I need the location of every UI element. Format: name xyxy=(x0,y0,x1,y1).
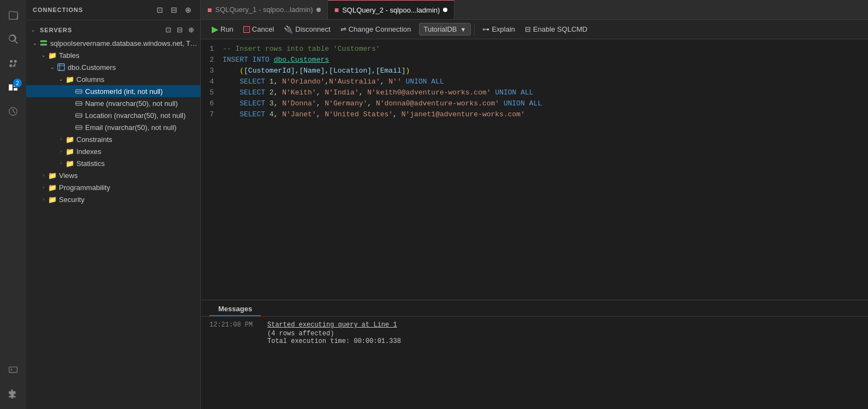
tab-sqlquery1[interactable]: ■ SQLQuery_1 - sqlpoo...ladmin) xyxy=(201,0,328,19)
search-icon[interactable] xyxy=(2,28,24,50)
tree-security-node[interactable]: › 📁 Security xyxy=(26,193,200,205)
programmability-label: Programmability xyxy=(59,183,200,192)
code-line-4: 4 SELECT 1, N'Orlando',N'Australia', N''… xyxy=(201,76,868,87)
source-control-icon[interactable] xyxy=(2,52,24,74)
run-history-icon[interactable] xyxy=(2,100,24,122)
tables-chevron: ⌄ xyxy=(39,51,48,60)
columns-folder-icon: 📁 xyxy=(65,75,74,84)
tab2-label: SQLQuery_2 - sqlpoo...ladmin) xyxy=(342,6,440,14)
views-chevron: › xyxy=(39,171,48,180)
message-rows-affected: (4 rows affected) xyxy=(267,330,859,337)
tab1-db-icon: ■ xyxy=(207,5,212,14)
extensions-icon[interactable] xyxy=(2,383,24,405)
tree-location-col[interactable]: Location (nvarchar(50), not null) xyxy=(26,109,200,121)
line-num-1: 1 xyxy=(201,44,223,55)
enable-sqlcmd-label: Enable SQLCMD xyxy=(533,25,588,33)
code-line-3: 3 ([CustomerId],[Name],[Location],[Email… xyxy=(201,66,868,76)
change-connection-label: Change Connection xyxy=(349,25,411,33)
toolbar-separator xyxy=(474,24,475,35)
statistics-folder-icon: 📁 xyxy=(65,159,74,168)
svg-rect-5 xyxy=(58,64,64,70)
security-chevron: › xyxy=(39,195,48,204)
message-execution-time: Total execution time: 00:00:01.338 xyxy=(267,337,859,345)
tree-statistics-node[interactable]: › 📁 Statistics xyxy=(26,157,200,169)
file-explorer-icon[interactable] xyxy=(2,4,24,26)
servers-filter-btn[interactable]: ⊟ xyxy=(175,25,184,35)
explain-label: Explain xyxy=(492,25,515,33)
code-editor[interactable]: 1 -- Insert rows into table 'Customers' … xyxy=(201,39,868,300)
enable-sqlcmd-button[interactable]: ⊟ Enable SQLCMD xyxy=(520,23,592,35)
tree-server-node[interactable]: ⌄ sqlpoolservername.database.windows.net… xyxy=(26,37,200,49)
customerid-col-icon xyxy=(74,87,83,96)
message-link-text[interactable]: Started executing query at Line 1 xyxy=(267,321,397,329)
statistics-label: Statistics xyxy=(76,159,200,168)
add-connection-button[interactable]: ⊟ xyxy=(169,4,179,15)
sidebar: CONNECTIONS ⊡ ⊟ ⊕ ⌄ SERVERS ⊡ ⊟ ⊕ ⌄ sqlp… xyxy=(26,0,201,409)
name-col-icon xyxy=(74,99,83,108)
cancel-button[interactable]: □ Cancel xyxy=(239,23,278,35)
tree-indexes-node[interactable]: › 📁 Indexes xyxy=(26,145,200,157)
line-num-7: 7 xyxy=(201,109,223,120)
tab-bar: ■ SQLQuery_1 - sqlpoo...ladmin) ■ SQLQue… xyxy=(201,0,868,20)
security-label: Security xyxy=(59,195,200,204)
new-connection-button[interactable]: ⊡ xyxy=(154,4,165,15)
code-line-6: 6 SELECT 3, N'Donna', N'Germany', N'donn… xyxy=(201,98,868,109)
tree-programmability-node[interactable]: › 📁 Programmability xyxy=(26,181,200,193)
svg-point-3 xyxy=(45,40,46,42)
views-label: Views xyxy=(59,171,200,180)
sidebar-header: CONNECTIONS ⊡ ⊟ ⊕ xyxy=(26,0,200,20)
tree-views-node[interactable]: › 📁 Views xyxy=(26,169,200,181)
connections-icon[interactable]: 2 xyxy=(2,76,24,98)
customerid-label: CustomerId (int, not null) xyxy=(85,87,200,96)
tree-email-col[interactable]: Email (nvarchar(50), not null) xyxy=(26,121,200,133)
code-line-5: 5 SELECT 2, N'Keith', N'India', N'keith0… xyxy=(201,87,868,98)
indexes-chevron: › xyxy=(57,147,65,156)
sqlcmd-icon: ⊟ xyxy=(525,25,531,33)
db-dropdown-chevron: ▼ xyxy=(460,26,466,33)
svg-point-4 xyxy=(45,44,46,45)
terminal-icon[interactable] xyxy=(2,359,24,381)
line-content-6: SELECT 3, N'Donna', N'Germany', N'donna0… xyxy=(223,98,868,109)
indexes-folder-icon: 📁 xyxy=(65,147,74,156)
toolbar: ▶ Run □ Cancel 🔌 Disconnect ⇌ Change Con… xyxy=(201,20,868,39)
activity-bar: 2 xyxy=(0,0,26,409)
line-content-1: -- Insert rows into table 'Customers' xyxy=(223,44,868,55)
run-button[interactable]: ▶ Run xyxy=(207,22,238,37)
line-num-3: 3 xyxy=(201,66,223,76)
sidebar-content: ⌄ SERVERS ⊡ ⊟ ⊕ ⌄ sqlpoolservername.data… xyxy=(26,20,200,409)
tree-dbo-customers-node[interactable]: ⌄ dbo.Customers xyxy=(26,61,200,73)
explain-button[interactable]: ⊶ Explain xyxy=(478,23,519,35)
line-num-4: 4 xyxy=(201,76,223,87)
change-connection-icon: ⇌ xyxy=(340,25,346,33)
servers-label: SERVERS xyxy=(40,27,72,33)
servers-collapse-btn[interactable]: ⊕ xyxy=(187,25,196,35)
tree-columns-node[interactable]: ⌄ 📁 Columns xyxy=(26,73,200,85)
statistics-chevron: › xyxy=(57,159,65,168)
change-connection-button[interactable]: ⇌ Change Connection xyxy=(336,23,416,35)
tab-sqlquery2[interactable]: ■ SQLQuery_2 - sqlpoo...ladmin) xyxy=(328,0,455,19)
tab1-label: SQLQuery_1 - sqlpoo...ladmin) xyxy=(215,5,313,14)
email-col-label: Email (nvarchar(50), not null) xyxy=(85,123,200,132)
explain-icon: ⊶ xyxy=(482,25,489,33)
server-label: sqlpoolservername.database.windows.net, … xyxy=(50,39,200,48)
columns-label: Columns xyxy=(76,75,200,84)
disconnect-button[interactable]: 🔌 Disconnect xyxy=(279,23,334,36)
tree-constraints-node[interactable]: › 📁 Constraints xyxy=(26,133,200,145)
server-icon xyxy=(39,39,48,48)
tree-customerid-col[interactable]: CustomerId (int, not null) xyxy=(26,85,200,97)
server-chevron: ⌄ xyxy=(31,39,39,48)
programmability-chevron: › xyxy=(39,183,48,192)
tree-name-col[interactable]: Name (nvarchar(50), not null) xyxy=(26,97,200,109)
tab2-dot xyxy=(443,8,447,12)
disconnect-icon: 🔌 xyxy=(284,25,293,34)
database-selector[interactable]: TutorialDB ▼ xyxy=(419,23,471,35)
refresh-button[interactable]: ⊕ xyxy=(183,4,194,15)
line-content-7: SELECT 4, N'Janet', N'United States', N'… xyxy=(223,109,868,120)
tree-tables-node[interactable]: ⌄ 📁 Tables xyxy=(26,49,200,61)
servers-new-btn[interactable]: ⊡ xyxy=(164,25,173,35)
views-folder-icon: 📁 xyxy=(48,171,57,180)
line-content-3: ([CustomerId],[Name],[Location],[Email]) xyxy=(223,66,868,76)
tab1-dot xyxy=(316,8,321,12)
customers-table-icon xyxy=(57,63,65,72)
messages-header: Messages xyxy=(209,300,261,316)
